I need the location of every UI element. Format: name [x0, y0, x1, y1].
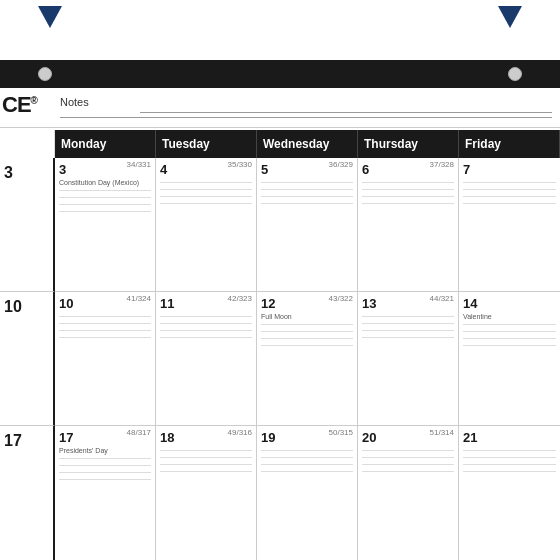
- cell-row3-fri: 21: [459, 426, 560, 560]
- page-container: Notes CE® Monday Tuesday Wednesday Thurs…: [0, 0, 560, 560]
- binding-bar: [0, 60, 560, 88]
- cell-lines: [362, 450, 454, 472]
- day-number: 21: [463, 430, 477, 445]
- day-ordinal: 49/316: [228, 428, 252, 437]
- day-ordinal: 50/315: [329, 428, 353, 437]
- row-week3-number: 17: [4, 432, 49, 450]
- day-number: 7: [463, 162, 470, 177]
- day-ordinal: 44/321: [430, 294, 454, 303]
- top-arrows-area: [0, 0, 560, 60]
- day-number: 5: [261, 162, 268, 177]
- cell-note: Presidents' Day: [59, 447, 151, 454]
- cell-row2-thu: 13 44/321: [358, 292, 459, 426]
- cell-lines: [160, 316, 252, 338]
- cell-row1-thu: 6 37/328: [358, 158, 459, 292]
- notes-line-1: [140, 112, 552, 113]
- cell-row2-wed: 12 43/322 Full Moon: [257, 292, 358, 426]
- notes-label: Notes: [60, 96, 89, 108]
- brand-registered: ®: [31, 95, 37, 106]
- brand-name: CE: [2, 92, 31, 117]
- day-number: 14: [463, 296, 477, 311]
- header-col-monday: Monday: [55, 130, 156, 158]
- calendar-header: Monday Tuesday Wednesday Thursday Friday: [0, 130, 560, 158]
- day-number: 6: [362, 162, 369, 177]
- cell-lines: [261, 450, 353, 472]
- day-ordinal: 48/317: [127, 428, 151, 437]
- cell-row3-tue: 18 49/316: [156, 426, 257, 560]
- cell-row3-thu: 20 51/314: [358, 426, 459, 560]
- calendar-section: Monday Tuesday Wednesday Thursday Friday…: [0, 130, 560, 560]
- day-ordinal: 43/322: [329, 294, 353, 303]
- header-col-0: [0, 130, 55, 158]
- cell-lines: [59, 190, 151, 212]
- header-col-tuesday: Tuesday: [156, 130, 257, 158]
- day-number: 3: [59, 162, 66, 177]
- row-label-week1: 3: [0, 158, 55, 292]
- day-number: 13: [362, 296, 376, 311]
- day-number: 12: [261, 296, 275, 311]
- cell-row1-mon: 3 34/331 Constitution Day (Mexico): [55, 158, 156, 292]
- cell-note: Valentine: [463, 313, 556, 320]
- cell-row2-tue: 11 42/323: [156, 292, 257, 426]
- day-number: 20: [362, 430, 376, 445]
- day-ordinal: 35/330: [228, 160, 252, 169]
- cell-lines: [261, 324, 353, 346]
- cell-row1-wed: 5 36/329: [257, 158, 358, 292]
- cell-row2-mon: 10 41/324: [55, 292, 156, 426]
- cell-lines: [160, 182, 252, 204]
- binding-hole-right: [508, 67, 522, 81]
- binding-hole-left: [38, 67, 52, 81]
- day-number: 11: [160, 296, 174, 311]
- day-number: 10: [59, 296, 73, 311]
- cell-row2-fri: 14 Valentine: [459, 292, 560, 426]
- notes-line-2: [60, 117, 552, 118]
- arrow-left: [38, 6, 62, 28]
- calendar-body: 3 3 34/331 Constitution Day (Mexico) 4 3…: [0, 158, 560, 560]
- down-arrow-right-icon: [498, 6, 522, 28]
- cell-lines: [59, 458, 151, 480]
- cell-lines: [362, 182, 454, 204]
- day-ordinal: 37/328: [430, 160, 454, 169]
- row-label-week3: 17: [0, 426, 55, 560]
- day-number: 19: [261, 430, 275, 445]
- cell-row1-fri: 7: [459, 158, 560, 292]
- day-ordinal: 36/329: [329, 160, 353, 169]
- header-col-thursday: Thursday: [358, 130, 459, 158]
- notes-area: Notes: [0, 88, 560, 128]
- row-week1-number: 3: [4, 164, 49, 182]
- cell-lines: [463, 182, 556, 204]
- cell-lines: [59, 316, 151, 338]
- day-number: 18: [160, 430, 174, 445]
- cell-row3-wed: 19 50/315: [257, 426, 358, 560]
- brand-text: CE®: [2, 92, 37, 117]
- day-ordinal: 42/323: [228, 294, 252, 303]
- down-arrow-left-icon: [38, 6, 62, 28]
- cell-lines: [261, 182, 353, 204]
- day-ordinal: 41/324: [127, 294, 151, 303]
- arrow-right: [498, 6, 522, 28]
- cell-lines: [463, 450, 556, 472]
- cell-row3-mon: 17 48/317 Presidents' Day: [55, 426, 156, 560]
- day-ordinal: 51/314: [430, 428, 454, 437]
- cell-note: Constitution Day (Mexico): [59, 179, 151, 186]
- brand-area: CE®: [0, 88, 60, 122]
- cell-lines: [362, 316, 454, 338]
- header-col-friday: Friday: [459, 130, 560, 158]
- cell-row1-tue: 4 35/330: [156, 158, 257, 292]
- header-col-wednesday: Wednesday: [257, 130, 358, 158]
- row-week2-number: 10: [4, 298, 49, 316]
- cell-note: Full Moon: [261, 313, 353, 320]
- day-number: 4: [160, 162, 167, 177]
- day-ordinal: 34/331: [127, 160, 151, 169]
- row-label-week2: 10: [0, 292, 55, 426]
- cell-lines: [463, 324, 556, 346]
- cell-lines: [160, 450, 252, 472]
- day-number: 17: [59, 430, 73, 445]
